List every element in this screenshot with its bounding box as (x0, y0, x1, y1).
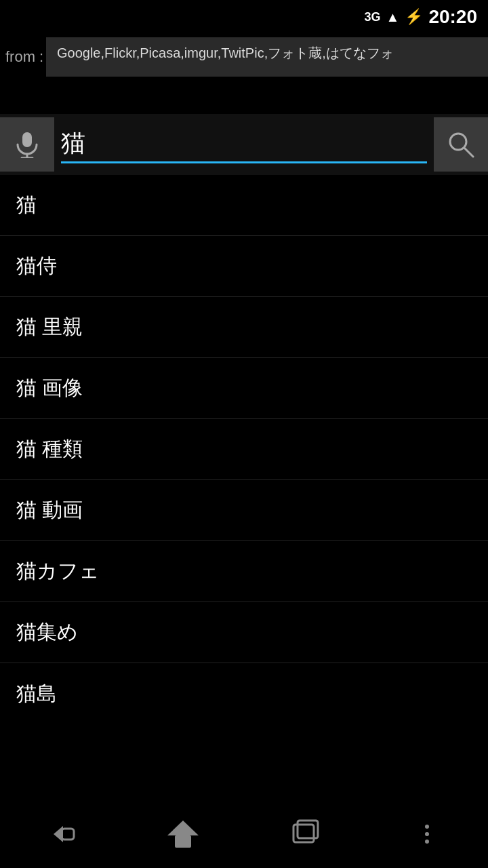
suggestion-item[interactable]: 猫 (0, 175, 488, 236)
back-icon (44, 822, 78, 846)
status-time: 20:20 (428, 6, 477, 28)
suggestion-text: 猫 里親 (16, 313, 83, 341)
back-button[interactable] (34, 807, 88, 861)
svg-line-4 (464, 148, 473, 157)
suggestion-item[interactable]: 猫 動画 (0, 480, 488, 541)
suggestion-text: 猫侍 (16, 252, 57, 280)
suggestion-text: 猫島 (16, 680, 57, 708)
search-query-text: 猫 (61, 125, 427, 160)
sources-display[interactable]: Google,Flickr,Picasa,imgur,TwitPic,フォト蔵,… (46, 37, 488, 77)
suggestion-text: 猫 種類 (16, 435, 83, 463)
search-bar: 猫 (0, 114, 488, 175)
svg-marker-6 (167, 821, 199, 835)
recents-icon (288, 819, 322, 849)
home-button[interactable] (156, 807, 210, 861)
recents-button[interactable] (278, 807, 332, 861)
from-bar: from : Google,Flickr,Picasa,imgur,TwitPi… (0, 34, 488, 80)
home-icon (166, 819, 200, 849)
menu-button[interactable] (400, 807, 454, 861)
svg-rect-7 (175, 835, 191, 848)
suggestion-item[interactable]: 猫島 (0, 663, 488, 724)
suggestion-text: 猫カフェ (16, 557, 100, 585)
suggestion-item[interactable]: 猫侍 (0, 236, 488, 297)
suggestions-list: 猫猫侍猫 里親猫 画像猫 種類猫 動画猫カフェ猫集め猫島 (0, 175, 488, 800)
search-input-wrapper[interactable]: 猫 (54, 125, 434, 163)
search-button[interactable] (434, 117, 488, 172)
search-underline (61, 161, 427, 163)
signal-icon: ▲ (386, 9, 400, 25)
suggestion-item[interactable]: 猫集め (0, 602, 488, 663)
suggestion-item[interactable]: 猫 里親 (0, 297, 488, 358)
suggestion-text: 猫 画像 (16, 374, 83, 402)
svg-rect-5 (62, 829, 74, 840)
suggestion-item[interactable]: 猫 画像 (0, 358, 488, 419)
suggestion-text: 猫集め (16, 618, 78, 646)
mic-button[interactable] (0, 117, 54, 172)
search-icon (447, 131, 474, 158)
status-bar: 3G ▲ ⚡ 20:20 (0, 0, 488, 34)
suggestion-item[interactable]: 猫 種類 (0, 419, 488, 480)
suggestion-text: 猫 動画 (16, 496, 83, 524)
nav-bar (0, 800, 488, 868)
menu-icon (425, 825, 429, 844)
from-label: from : (0, 48, 46, 66)
suggestion-item[interactable]: 猫カフェ (0, 541, 488, 602)
mic-icon (14, 131, 41, 158)
battery-icon: ⚡ (405, 8, 423, 26)
svg-rect-0 (22, 132, 32, 147)
suggestion-text: 猫 (16, 191, 37, 219)
network-indicator: 3G (365, 10, 381, 24)
